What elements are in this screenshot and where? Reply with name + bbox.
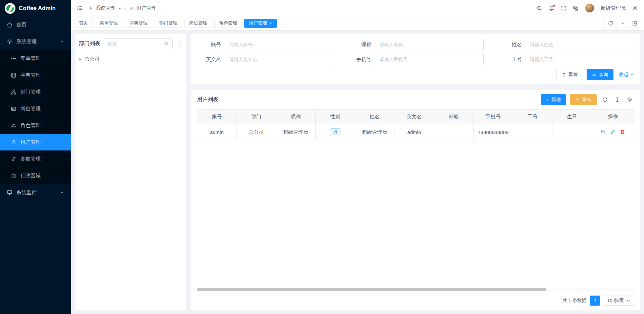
sidebar-item-menu-mgmt[interactable]: 菜单管理 — [0, 50, 71, 67]
breadcrumb-level2: 用户管理 — [136, 5, 156, 11]
account-input[interactable] — [225, 39, 333, 50]
cell-email — [434, 124, 474, 140]
phone-input[interactable] — [375, 54, 483, 65]
sidebar-item-label: 字典管理 — [20, 72, 41, 78]
department-more-menu-icon[interactable]: ⋮ — [176, 40, 182, 48]
table-row[interactable]: admin 总公司 超级管理员 男 超级管理员 admin 1888888888… — [197, 124, 634, 140]
fullscreen-icon[interactable] — [561, 5, 567, 11]
content-fullscreen-icon[interactable] — [629, 16, 641, 30]
form-item-en-name: 英文名 — [197, 54, 333, 65]
gender-tag: 男 — [330, 128, 340, 136]
user-icon — [129, 6, 134, 10]
list-icon — [11, 56, 16, 61]
tree-node-root[interactable]: 总公司 — [79, 55, 182, 64]
tab-menu-mgmt[interactable]: 菜单管理 — [95, 19, 122, 28]
sidebar: Coffee Admin 首页 系统管理 菜单管理 字典管理 — [0, 0, 71, 314]
col-gender: 性别 — [316, 110, 355, 124]
page-size-select[interactable]: 10 条/页 — [604, 296, 634, 306]
sidebar-item-label: 菜单管理 — [20, 55, 41, 62]
sidebar-item-system-mgmt[interactable]: 系统管理 — [0, 33, 71, 50]
col-nickname: 昵称 — [276, 110, 316, 124]
chevron-down-icon — [626, 299, 631, 303]
translate-icon[interactable] — [573, 5, 579, 11]
page-number-button[interactable]: 1 — [590, 296, 600, 306]
org-tree-icon — [11, 89, 16, 95]
tab-user-mgmt[interactable]: 用户管理 × — [244, 19, 277, 28]
tab-home[interactable]: 首页 — [74, 19, 93, 28]
sidebar-item-home[interactable]: 首页 — [0, 16, 71, 33]
sidebar-item-dept-mgmt[interactable]: 部门管理 — [0, 83, 71, 100]
gear-icon — [7, 39, 12, 45]
department-panel: 部门列表 ⋮ 总公司 — [75, 34, 186, 310]
system-mgmt-submenu: 菜单管理 字典管理 部门管理 岗位管理 角色管理 — [0, 50, 71, 184]
tab-role-mgmt[interactable]: 角色管理 — [214, 19, 242, 28]
breadcrumb-level1[interactable]: 系统管理 — [95, 5, 115, 11]
tab-dept-mgmt[interactable]: 部门管理 — [155, 19, 182, 28]
col-en-name: 英文名 — [394, 110, 434, 124]
settings-gear-icon[interactable] — [632, 5, 638, 11]
tree-expand-icon[interactable] — [79, 58, 82, 61]
close-tab-icon[interactable]: × — [269, 21, 272, 25]
notification-bell-icon[interactable] — [549, 5, 554, 11]
delete-row-icon[interactable] — [620, 129, 625, 134]
sidebar-item-user-mgmt[interactable]: 用户管理 — [0, 134, 71, 150]
view-row-icon[interactable] — [600, 129, 606, 134]
name-input[interactable] — [526, 39, 634, 50]
form-item-account: 账号 — [197, 39, 333, 50]
query-button[interactable]: 查询 — [587, 69, 613, 80]
col-work-no: 工号 — [513, 110, 552, 124]
chevron-down-icon[interactable] — [118, 6, 122, 10]
collapse-search-link[interactable]: 收起 — [619, 72, 634, 78]
refresh-table-icon[interactable] — [600, 96, 609, 104]
en-name-input[interactable] — [225, 54, 333, 65]
sidebar-item-role-mgmt[interactable]: 角色管理 — [0, 117, 71, 134]
sidebar-item-label: 行政区域 — [20, 173, 41, 179]
tab-bar: 首页 菜单管理 字典管理 部门管理 岗位管理 角色管理 用户管理 × — [71, 16, 644, 30]
phone-label: 手机号 — [347, 56, 371, 63]
cell-account: admin — [197, 124, 237, 140]
department-search-button[interactable] — [161, 39, 172, 49]
tab-post-mgmt[interactable]: 岗位管理 — [184, 19, 212, 28]
home-icon — [7, 22, 12, 28]
notification-badge — [553, 4, 555, 7]
work-no-input[interactable] — [526, 54, 634, 65]
reset-button[interactable]: 重置 — [556, 69, 583, 80]
edit-row-icon[interactable] — [610, 129, 615, 134]
sidebar-item-label: 角色管理 — [20, 122, 41, 129]
export-button[interactable]: 导出 — [570, 94, 597, 105]
sidebar-item-admin-region[interactable]: 行政区域 — [0, 167, 71, 184]
sidebar-item-system-monitor[interactable]: 系统监控 — [0, 184, 71, 201]
collapse-sidebar-icon[interactable] — [77, 5, 83, 11]
user-list-card: 用户列表 + 新增 导出 — [191, 90, 640, 310]
refresh-tab-icon[interactable] — [604, 16, 616, 30]
tab-dict-mgmt[interactable]: 字典管理 — [125, 19, 152, 28]
pagination: 共 1 条数据 1 10 条/页 — [197, 293, 634, 307]
col-name: 姓名 — [355, 110, 394, 124]
sidebar-item-post-mgmt[interactable]: 岗位管理 — [0, 100, 71, 117]
sidebar-item-param-mgmt[interactable]: 参数管理 — [0, 150, 71, 167]
monitor-icon — [7, 190, 12, 195]
table-settings-gear-icon[interactable] — [625, 96, 634, 104]
sidebar-item-dict-mgmt[interactable]: 字典管理 — [0, 67, 71, 83]
cell-gender: 男 — [316, 124, 355, 140]
id-card-icon — [11, 106, 16, 112]
bank-icon — [11, 173, 16, 179]
form-item-phone: 手机号 — [347, 54, 483, 65]
right-column: 账号 昵称 姓名 英文名 — [191, 34, 640, 310]
current-username[interactable]: 超级管理员 — [601, 5, 626, 11]
form-item-nickname: 昵称 — [347, 39, 483, 50]
user-avatar[interactable] — [585, 3, 594, 13]
sidebar-item-label: 岗位管理 — [20, 106, 41, 112]
tab-tools — [604, 16, 641, 30]
add-user-button[interactable]: + 新增 — [541, 94, 566, 105]
search-icon[interactable] — [537, 5, 542, 11]
nickname-input[interactable] — [375, 39, 483, 50]
column-width-icon[interactable] — [613, 96, 622, 104]
sidebar-item-label: 首页 — [16, 22, 26, 28]
cell-nickname: 超级管理员 — [276, 124, 316, 140]
tab-options-chevron-icon[interactable] — [616, 16, 629, 30]
horizontal-scrollbar-thumb[interactable] — [197, 288, 546, 291]
chevron-down-icon — [60, 190, 64, 195]
department-search-input[interactable] — [104, 39, 161, 49]
user-icon — [11, 139, 16, 145]
